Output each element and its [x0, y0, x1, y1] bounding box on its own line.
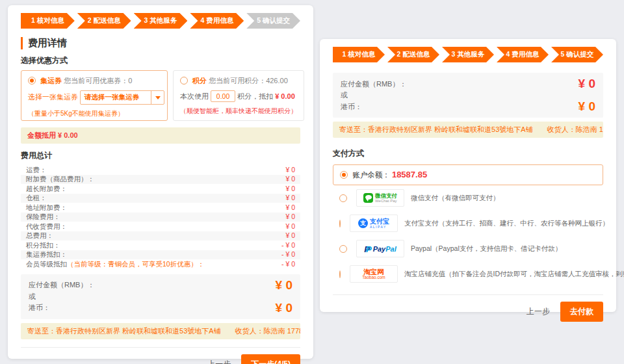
paypal-desc: Paypal（Paypal支付，支持信用卡、借记卡付款） — [411, 244, 562, 254]
payable-rmb-value: ¥ 0 — [276, 279, 292, 292]
alipay-option[interactable]: 支 支付宝 ALIPAY 支付宝支付（支持工行、招商、建行、中行、农行等各种网上… — [333, 211, 603, 236]
shipping-address-strip: 寄送至：香港行政特别区新界 粉岭联和墟联和道53號地下A铺 收货人：陈浩南 17… — [21, 323, 300, 339]
fee-row-address-surcharge: 地址附加费：¥ 0 — [21, 203, 300, 213]
points-deduct-value: ¥ 0.00 — [275, 92, 295, 100]
fee-row-overlength: 超长附加费：¥ 0 — [21, 184, 300, 194]
coupon-select[interactable]: 请选择一张集运券 — [80, 90, 164, 105]
fee-row-shipping: 运费：¥ 0 — [21, 165, 300, 175]
balance-radio[interactable] — [340, 171, 348, 179]
progress-stepper-right: 1 核对信息 2 配送信息 3 其他服务 4 费用信息 5 确认提交 — [333, 47, 603, 62]
step-2-delivery-info: 2 配送信息 — [77, 13, 131, 29]
fee-row-warehouse-rent: 仓租：¥ 0 — [21, 194, 300, 203]
amount-strip-value: ¥ 0.00 — [58, 131, 78, 139]
points-note: （顺便智能柜，顺丰快递不能使用积分） — [180, 107, 297, 116]
step-3-other-services: 3 其他服务 — [442, 47, 494, 62]
payable-rmb-value: ¥ 0 — [578, 77, 595, 90]
payable-box: 应付金额（RMB）： ¥ 0 或 港币： ¥ 0 — [21, 274, 300, 319]
payable-hkd-value: ¥ 0 — [578, 100, 595, 113]
page-title: 费用详情 — [21, 37, 300, 49]
fee-row-points-deduct: 积分抵扣：- ¥ 0 — [21, 240, 300, 250]
alipay-radio[interactable] — [339, 220, 341, 228]
payable-or: 或 — [29, 292, 36, 302]
payable-box-right: 应付金额（RMB）： ¥ 0 或 港币： ¥ 0 — [333, 73, 603, 118]
coupon-select-value: 请选择一张集运券 — [81, 93, 151, 102]
wechat-radio[interactable] — [339, 194, 347, 202]
step-1-verify-info: 1 核对信息 — [21, 13, 75, 29]
wechat-pay-icon: 微信支付 WeChat Pay — [356, 189, 404, 207]
payment-panel: 1 核对信息 2 配送信息 3 其他服务 4 费用信息 5 确认提交 应付金额（… — [320, 39, 616, 312]
paypal-radio[interactable] — [339, 245, 347, 253]
taobao-icon: 淘宝网 Taobao.com — [350, 265, 398, 283]
coupon-name: 集运券 — [40, 77, 62, 84]
progress-stepper: 1 核对信息 2 配送信息 3 其他服务 4 费用信息 5 确认提交 — [21, 13, 300, 29]
alipay-desc: 支付宝支付（支持工行、招商、建行、中行、农行等各种网上银行） — [404, 219, 609, 228]
fees-title: 费用总计 — [21, 150, 300, 161]
step-5-confirm-submit: 5 确认提交 — [551, 47, 603, 62]
paypal-option[interactable]: PP PayPal Paypal（Paypal支付，支持信用卡、借记卡付款） — [333, 236, 603, 261]
payable-rmb-label: 应付金额（RMB）： — [341, 79, 406, 89]
right-footer: 上一步 去付款 — [333, 294, 603, 322]
points-available: 您当前可用积分：426.00 — [209, 77, 288, 84]
discount-section-title: 选择优惠方式 — [21, 55, 300, 66]
points-option-box: 积分 您当前可用积分：426.00 本次使用 积分，抵扣 ¥ 0.00 （顺便智… — [173, 70, 304, 121]
wechat-pay-option[interactable]: 微信支付 WeChat Pay 微信支付（有微信即可支付） — [333, 185, 603, 211]
fee-row-coupon-deduct: 集运券抵扣：- ¥ 0 — [21, 250, 300, 260]
payable-hkd-label: 港币： — [29, 303, 50, 313]
fee-row-total: 总费用：¥ 0 — [21, 231, 300, 241]
paypal-icon: PP PayPal — [356, 240, 404, 257]
fee-row-cod: 代收货费用：¥ 0 — [21, 222, 300, 231]
taobao-radio[interactable] — [339, 270, 341, 278]
alipay-icon: 支 支付宝 ALIPAY — [350, 214, 398, 232]
coupon-note: （重量小于5Kg不能使用集运券） — [28, 109, 161, 118]
fee-detail-panel: 1 核对信息 2 配送信息 3 其他服务 4 费用信息 5 确认提交 费用详情 … — [8, 5, 313, 359]
wechat-desc: 微信支付（有微信即可支付） — [411, 194, 500, 203]
fee-row-insurance: 保险费用：¥ 0 — [21, 213, 300, 222]
coupon-option-box: 集运券 您当前可用优惠券：0 选择一张集运券 请选择一张集运券 （重量小于5Kg… — [21, 70, 168, 121]
step-3-other-services: 3 其他服务 — [134, 13, 188, 29]
fee-table: 运费：¥ 0 附加费（商品费用）：¥ 0 超长附加费：¥ 0 仓租：¥ 0 地址… — [21, 165, 300, 269]
points-after-label: 积分，抵扣 — [237, 92, 273, 100]
amount-strip-label: 金额抵用 — [27, 131, 56, 139]
prev-step-link[interactable]: 上一步 — [526, 306, 550, 317]
step-4-fee-info: 4 费用信息 — [190, 13, 244, 29]
balance-label: 账户余额： — [352, 171, 390, 179]
taobao-option[interactable]: 淘宝网 Taobao.com 淘宝店铺充值（拍下备注会员ID付款即可，淘宝店铺需… — [333, 261, 603, 287]
balance-value: 18587.85 — [392, 170, 427, 179]
step-2-delivery-info: 2 配送信息 — [387, 47, 439, 62]
payable-hkd-value: ¥ 0 — [276, 302, 292, 315]
payable-rmb-label: 应付金额（RMB）： — [29, 280, 94, 290]
payment-method-title: 支付方式 — [333, 148, 603, 159]
points-use-label: 本次使用 — [180, 92, 209, 100]
step-5-confirm-submit: 5 确认提交 — [246, 13, 300, 29]
coupon-radio[interactable] — [28, 77, 36, 84]
shipping-address-strip-right: 寄送至：香港行政特别区新界 粉岭联和墟联和道53號地下A铺 收货人：陈浩南 17… — [333, 122, 603, 138]
coupon-available: 您当前可用优惠券：0 — [64, 77, 132, 84]
step-4-fee-info: 4 费用信息 — [497, 47, 549, 62]
coupon-select-label: 选择一张集运券 — [28, 93, 78, 101]
points-input[interactable] — [211, 90, 235, 102]
prev-step-link[interactable]: 上一步 — [207, 359, 231, 364]
next-step-button[interactable]: 下一步(4/5) — [241, 354, 300, 364]
taobao-desc: 淘宝店铺充值（拍下备注会员ID付款即可，淘宝店铺需人工充值审核，到账会延迟） — [404, 270, 624, 279]
step-1-verify-info: 1 核对信息 — [333, 47, 385, 62]
chevron-down-icon[interactable] — [151, 91, 164, 104]
member-level-note: （当前等级：青铜会员，可享受10折优惠）： — [67, 260, 204, 268]
left-footer: 上一步 下一步(4/5) — [21, 347, 300, 364]
fee-row-surcharge-goods: 附加费（商品费用）：¥ 0 — [21, 175, 300, 185]
payable-or: 或 — [341, 90, 348, 100]
go-pay-button[interactable]: 去付款 — [560, 302, 603, 322]
points-radio[interactable] — [180, 77, 188, 84]
amount-deduction-strip: 金额抵用 ¥ 0.00 — [21, 127, 300, 144]
fee-row-member-deduct: 会员等级抵扣（当前等级：青铜会员，可享受10折优惠）： - ¥ 0 — [21, 259, 300, 269]
points-name: 积分 — [192, 77, 207, 84]
payable-hkd-label: 港币： — [341, 102, 362, 112]
balance-option-box[interactable]: 账户余额： 18587.85 — [333, 164, 603, 185]
